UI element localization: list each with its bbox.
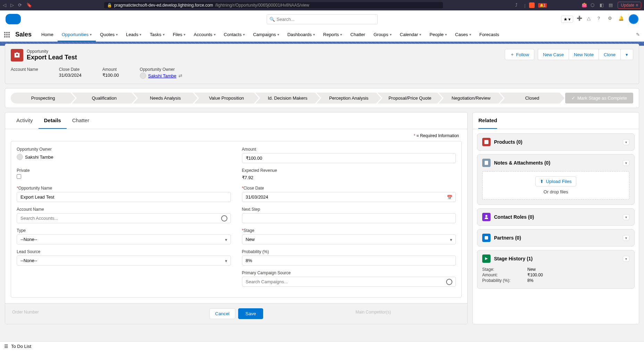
stage-history-title[interactable]: Stage History (1) [494,256,619,261]
follow-button[interactable]: ＋Follow [505,49,534,60]
setup-gear-icon[interactable]: ⚙ [608,16,615,23]
more-actions-button[interactable]: ▾ [621,49,633,60]
nav-leads[interactable]: Leads▾ [122,28,145,42]
account-search-input[interactable] [17,213,231,223]
tab-details[interactable]: Details [39,112,67,129]
chevron-down-icon[interactable]: ▾ [116,33,118,36]
close-date-input[interactable] [242,192,456,202]
probability-input[interactable] [242,256,456,266]
stage-select[interactable]: New [242,234,456,244]
chevron-down-icon[interactable]: ▾ [184,33,185,36]
path-step-qualification[interactable]: Qualification [72,93,136,103]
update-button[interactable]: Update≡ [618,2,641,9]
type-select[interactable]: --None-- [17,234,231,244]
path-step-value-proposition[interactable]: Value Proposition [194,93,259,103]
nav-chatter[interactable]: Chatter [346,28,369,42]
contact-roles-title[interactable]: Contact Roles (0) [494,214,619,220]
chevron-down-icon[interactable]: ▾ [340,33,342,36]
nav-accounts[interactable]: Accounts▾ [190,28,219,42]
tab-related[interactable]: Related [478,112,497,129]
chevron-down-icon[interactable]: ▾ [445,33,447,36]
url-bar[interactable]: 🔒 pragmatictechsoft-dev-ed.develop.light… [104,2,443,8]
chevron-down-icon[interactable]: ▾ [214,33,216,36]
extensions-icon[interactable]: ⬡ [591,2,596,8]
back-icon[interactable]: ◁ [3,2,8,8]
chevron-down-icon[interactable]: ▾ [243,33,245,36]
nav-tasks[interactable]: Tasks▾ [145,28,168,42]
nav-contacts[interactable]: Contacts▾ [220,28,249,42]
partners-menu[interactable]: ▾ [623,235,629,241]
add-icon[interactable]: ➕ [577,16,584,23]
nav-campaigns[interactable]: Campaigns▾ [249,28,283,42]
user-avatar[interactable] [629,14,638,24]
nav-cases[interactable]: Cases▾ [451,28,475,42]
share-icon[interactable]: ⤴ [515,2,521,8]
chevron-down-icon[interactable]: ▾ [419,33,421,36]
chevron-down-icon[interactable]: ▾ [313,33,315,36]
notes-title[interactable]: Notes & Attachments (0) [494,160,619,166]
mark-complete-button[interactable]: ✓Mark Stage as Complete [565,93,633,103]
path-step-proposal[interactable]: Proposal/Price Quote [378,93,442,103]
lead-source-select[interactable]: --None-- [17,256,231,266]
notifications-icon[interactable]: 🔔 [618,16,625,23]
global-search-input[interactable] [267,14,378,24]
new-note-button[interactable]: New Note [569,49,599,60]
chevron-down-icon[interactable]: ▾ [163,33,165,36]
chevron-down-icon[interactable]: ▾ [277,33,279,36]
sidebar-icon[interactable]: ◧ [600,2,605,8]
upload-zone[interactable]: ⬆Upload Files Or drop files [482,171,629,200]
path-step-needs-analysis[interactable]: Needs Analysis [133,93,198,103]
nav-reports[interactable]: Reports▾ [319,28,346,42]
reload-icon[interactable]: ⟳ [18,2,24,8]
path-step-closed[interactable]: Closed [500,93,564,103]
chevron-down-icon[interactable]: ▾ [90,33,92,36]
nav-home[interactable]: Home [37,28,58,42]
nav-groups[interactable]: Groups▾ [369,28,396,42]
wallet-icon[interactable]: 👛 [582,2,587,8]
private-checkbox[interactable] [17,174,21,179]
path-step-negotiation[interactable]: Negotiation/Review [439,93,503,103]
nav-calendar[interactable]: Calendar▾ [396,28,426,42]
bookmark-icon[interactable]: 🔖 [26,2,32,8]
nav-dashboards[interactable]: Dashboards▾ [283,28,319,42]
opportunity-name-input[interactable] [17,192,231,202]
owner-link[interactable]: Sakshi Tambe [148,73,176,78]
help-icon[interactable]: ? [597,16,604,23]
nav-people[interactable]: People▾ [425,28,451,42]
products-menu[interactable]: ▾ [623,139,629,145]
tab-chatter[interactable]: Chatter [67,112,95,129]
salesforce-logo[interactable] [6,14,21,24]
app-launcher[interactable] [0,32,14,37]
reader-icon[interactable]: ▤ [609,2,614,8]
path-step-prospecting[interactable]: Prospecting [11,93,75,103]
contact-roles-menu[interactable]: ▾ [623,214,629,220]
nav-quotes[interactable]: Quotes▾ [96,28,122,42]
forward-icon[interactable]: ▷ [10,2,16,8]
products-title[interactable]: Products (0) [494,139,619,145]
calendar-icon[interactable]: 📅 [447,194,452,200]
amount-input[interactable] [242,153,456,163]
change-owner-icon[interactable]: ⇄ [178,73,182,78]
notes-menu[interactable]: ▾ [623,160,629,166]
partners-title[interactable]: Partners (0) [494,235,619,241]
nav-opportunities[interactable]: Opportunities▾ [58,28,96,42]
nav-edit-icon[interactable]: ✎ [632,32,644,37]
upload-files-button[interactable]: ⬆Upload Files [535,176,576,186]
stage-history-menu[interactable]: ▾ [623,256,629,262]
chevron-down-icon[interactable]: ▾ [390,33,392,36]
tab-activity[interactable]: Activity [11,112,39,129]
trailhead-icon[interactable]: △ [587,16,594,23]
nav-forecasts[interactable]: Forecasts [475,28,503,42]
nav-files[interactable]: Files▾ [169,28,190,42]
next-step-input[interactable] [242,213,456,223]
favorites-button[interactable]: ★▾ [561,16,573,23]
notification-badge[interactable]: 🔔1 [538,3,547,8]
path-step-decision-makers[interactable]: Id. Decision Makers [255,93,320,103]
clone-button[interactable]: Clone [599,49,621,60]
brave-shield-icon[interactable] [529,2,535,8]
path-step-perception[interactable]: Perception Analysis [317,93,381,103]
campaign-search-input[interactable] [242,277,456,287]
new-case-button[interactable]: New Case [538,49,569,60]
chevron-down-icon[interactable]: ▾ [469,33,471,36]
chevron-down-icon[interactable]: ▾ [140,33,141,36]
